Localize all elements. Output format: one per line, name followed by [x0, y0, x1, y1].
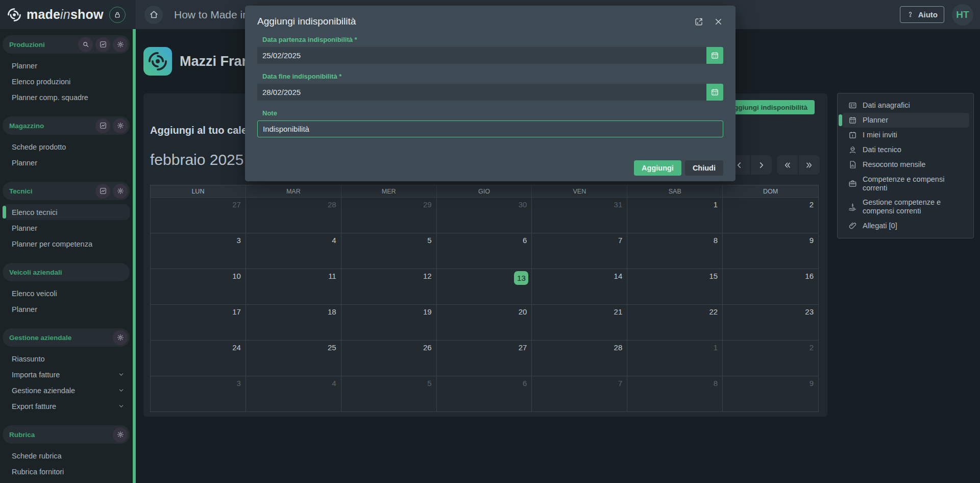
calendar-day-cell[interactable]: 4 [246, 376, 341, 412]
menu-item[interactable]: Gestione competenze e compensi correnti [842, 195, 969, 218]
sidebar-item[interactable]: Planner [3, 58, 130, 74]
calendar-day-cell[interactable]: 23 [723, 304, 818, 340]
calendar-day-cell[interactable]: 4 [246, 233, 341, 269]
sidebar-item[interactable]: Elenco tecnici [3, 204, 130, 220]
calendar-day-cell[interactable]: 3 [151, 233, 246, 269]
menu-item[interactable]: Dati anagrafici [842, 98, 969, 113]
sidebar-section-header[interactable]: Rubrica [3, 425, 130, 444]
sidebar-item[interactable]: Importa fatture [3, 367, 130, 382]
sidebar-item[interactable]: Export fatture [3, 398, 130, 414]
calendar-day-cell[interactable]: 28 [532, 340, 627, 376]
calendar-day-cell[interactable]: 6 [437, 233, 532, 269]
calendar-day-cell[interactable]: 11 [246, 269, 341, 304]
menu-item[interactable]: Resoconto mensile [842, 157, 969, 172]
chart-icon[interactable] [95, 37, 110, 52]
calendar-day-cell[interactable]: 27 [437, 340, 532, 376]
day-number: 18 [328, 307, 336, 316]
sidebar-item[interactable]: Planner per competenza [3, 236, 130, 252]
next-year-button[interactable] [798, 155, 820, 175]
calendar-day-cell[interactable]: 2 [723, 340, 818, 376]
calendar-picker-button[interactable] [706, 84, 723, 101]
calendar-day-cell[interactable]: 1 [627, 340, 723, 376]
menu-item[interactable]: Competenze e compensi correnti [842, 172, 969, 195]
calendar-day-cell[interactable]: 26 [341, 340, 437, 376]
gear-icon[interactable] [113, 184, 128, 199]
menu-item[interactable]: Dati tecnico [842, 142, 969, 157]
sidebar-item[interactable]: Rubrica fornitori [3, 464, 130, 479]
calendar-day-cell[interactable]: 30 [437, 197, 532, 233]
calendar-day-cell[interactable]: 17 [151, 304, 246, 340]
calendar-day-cell[interactable]: 25 [246, 340, 341, 376]
avatar[interactable]: HT [952, 4, 973, 26]
next-month-button[interactable] [750, 155, 772, 175]
menu-item-label: Planner [863, 116, 888, 125]
calendar-day-cell[interactable]: 19 [341, 304, 437, 340]
calendar-day-cell[interactable]: 5 [341, 376, 437, 412]
sidebar-item[interactable]: Elenco veicoli [3, 285, 130, 301]
note-input[interactable]: Indisponibilità [257, 120, 723, 137]
calendar-day-cell[interactable]: 10 [151, 269, 246, 304]
calendar-day-cell[interactable]: 8 [627, 233, 723, 269]
menu-item[interactable]: Planner [842, 113, 969, 128]
expand-icon[interactable] [694, 17, 704, 27]
sidebar-section-header[interactable]: Produzioni [3, 35, 130, 54]
calendar-day-cell[interactable]: 21 [532, 304, 627, 340]
calendar-day-cell[interactable]: 2 [723, 197, 818, 233]
submit-button[interactable]: Aggiungi [634, 160, 681, 176]
chart-icon[interactable] [95, 184, 110, 199]
gear-icon[interactable] [113, 37, 128, 52]
calendar-day-cell[interactable]: 28 [246, 197, 341, 233]
calendar-day-cell[interactable]: 27 [151, 197, 246, 233]
search-icon[interactable] [78, 37, 93, 52]
calendar-day-cell[interactable]: 13 [437, 269, 532, 304]
date-input[interactable]: 25/02/2025 [257, 47, 723, 64]
date-input[interactable]: 28/02/2025 [257, 84, 723, 101]
sidebar-item[interactable]: Schede rubrica [3, 448, 130, 464]
calendar-day-cell[interactable]: 29 [341, 197, 437, 233]
calendar-day-cell[interactable]: 12 [341, 269, 437, 304]
calendar-day-cell[interactable]: 9 [723, 233, 818, 269]
calendar-day-cell[interactable]: 18 [246, 304, 341, 340]
calendar-picker-button[interactable] [706, 47, 723, 64]
calendar-day-cell[interactable]: 1 [627, 197, 723, 233]
chart-icon[interactable] [95, 118, 110, 133]
add-unavailability-button[interactable]: Aggiungi indisponibilità [722, 100, 815, 114]
sidebar-item[interactable]: Planner [3, 155, 130, 171]
prev-year-button[interactable] [777, 155, 798, 175]
home-button[interactable] [144, 6, 163, 24]
calendar-day-cell[interactable]: 16 [723, 269, 818, 304]
calendar-day-cell[interactable]: 5 [341, 233, 437, 269]
sidebar-item[interactable]: Planner [3, 301, 130, 317]
sidebar-item[interactable]: Riassunto [3, 351, 130, 367]
calendar-day-cell[interactable]: 7 [532, 233, 627, 269]
calendar-day-cell[interactable]: 20 [437, 304, 532, 340]
close-button[interactable]: Chiudi [685, 160, 723, 176]
sidebar-item[interactable]: Planner [3, 220, 130, 236]
calendar-day-cell[interactable]: 15 [627, 269, 723, 304]
sidebar-item[interactable]: Schede prodotto [3, 139, 130, 155]
calendar-day-cell[interactable]: 6 [437, 376, 532, 412]
gear-icon[interactable] [113, 330, 128, 345]
help-button[interactable]: Aiuto [900, 6, 944, 23]
sidebar-item[interactable]: Gestione aziendale [3, 382, 130, 398]
menu-item[interactable]: Allegati [0] [842, 219, 969, 233]
calendar-day-cell[interactable]: 31 [532, 197, 627, 233]
sidebar-section-header[interactable]: Magazzino [3, 116, 130, 135]
calendar-day-cell[interactable]: 22 [627, 304, 723, 340]
gear-icon[interactable] [113, 118, 128, 133]
sidebar-item[interactable]: Planner comp. squadre [3, 89, 130, 105]
sidebar-section-header[interactable]: Veicoli aziendali [3, 263, 130, 281]
menu-item[interactable]: I miei inviti [842, 128, 969, 142]
calendar-day-cell[interactable]: 7 [532, 376, 627, 412]
sidebar-section-header[interactable]: Tecnici [3, 182, 130, 200]
calendar-day-cell[interactable]: 14 [532, 269, 627, 304]
gear-icon[interactable] [113, 427, 128, 442]
brand[interactable]: madeinshow [0, 0, 136, 29]
calendar-day-cell[interactable]: 9 [723, 376, 818, 412]
close-icon[interactable] [714, 17, 723, 27]
calendar-day-cell[interactable]: 8 [627, 376, 723, 412]
sidebar-item[interactable]: Elenco produzioni [3, 74, 130, 89]
sidebar-section-header[interactable]: Gestione aziendale [3, 328, 130, 347]
calendar-day-cell[interactable]: 24 [151, 340, 246, 376]
calendar-day-cell[interactable]: 3 [151, 376, 246, 412]
